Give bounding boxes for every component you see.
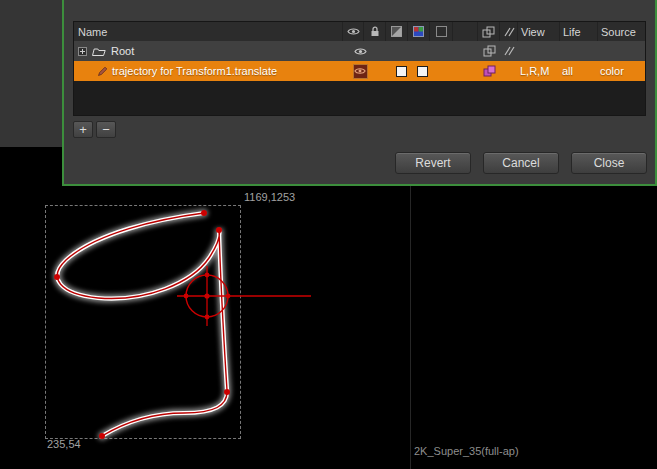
trajectory-label: trajectory for Transform1.translate — [112, 65, 277, 77]
bbox-max-coord: 1169,1253 — [244, 191, 295, 203]
layers-icon — [483, 65, 496, 77]
column-header-ramp — [499, 22, 517, 41]
column-header-view: View — [517, 22, 559, 41]
control-point[interactable] — [201, 210, 207, 216]
format-label: 2K_Super_35(full-ap) — [414, 445, 519, 457]
table-header: Name — [74, 22, 645, 41]
app-background — [0, 0, 62, 147]
trajectory-life-value: all — [559, 65, 597, 77]
control-point[interactable] — [54, 274, 60, 280]
column-header-lock — [363, 22, 385, 41]
lock-icon — [370, 26, 380, 37]
curve-editor-panel: Name — [62, 0, 657, 186]
trajectory-checkbox-1-cell[interactable] — [391, 66, 412, 77]
expander-icon[interactable] — [78, 47, 87, 56]
handle-point-bottom[interactable] — [205, 315, 210, 320]
handle-point-right[interactable] — [226, 294, 231, 299]
control-points — [54, 210, 230, 439]
column-header-color — [407, 22, 429, 41]
color-swatch-icon — [413, 26, 424, 37]
control-point[interactable] — [216, 227, 222, 233]
table-row-trajectory[interactable]: trajectory for Transform1.translate — [74, 61, 645, 81]
checkbox[interactable] — [417, 66, 428, 77]
root-visibility-cell[interactable] — [350, 47, 370, 56]
root-ramp-cell[interactable] — [500, 46, 517, 56]
eye-icon — [354, 67, 366, 75]
trajectory-name-cell: trajectory for Transform1.translate — [74, 65, 350, 77]
column-header-life: Life — [559, 22, 597, 41]
pencil-icon — [96, 65, 108, 77]
column-header-name: Name — [74, 22, 342, 41]
close-button[interactable]: Close — [571, 152, 647, 174]
ramp-icon — [503, 46, 515, 56]
curve-table: Name — [73, 21, 646, 116]
eye-tile[interactable] — [353, 64, 368, 79]
trajectory-stroke[interactable] — [57, 213, 227, 436]
checkbox[interactable] — [396, 66, 407, 77]
remove-curve-button[interactable]: − — [96, 121, 116, 138]
layers-icon — [482, 26, 495, 38]
column-header-source: Source — [597, 22, 645, 41]
trajectory-visibility-cell[interactable] — [350, 64, 370, 79]
trajectory-source-value: color — [597, 65, 645, 77]
column-header-spacer — [452, 22, 477, 41]
handle-point-left[interactable] — [184, 294, 189, 299]
blend-box-icon — [436, 26, 447, 37]
control-point[interactable] — [224, 389, 230, 395]
handle-point-top[interactable] — [205, 273, 210, 278]
revert-button[interactable]: Revert — [395, 152, 471, 174]
control-point[interactable] — [99, 433, 105, 439]
trajectory-white-body — [57, 213, 227, 436]
table-row-root[interactable]: Root — [74, 41, 645, 61]
root-name-cell: Root — [74, 45, 350, 57]
list-buttons: + − — [73, 121, 116, 138]
column-header-mask — [385, 22, 407, 41]
root-layers-cell[interactable] — [479, 45, 500, 57]
layers-icon — [483, 45, 496, 57]
folder-icon — [91, 46, 107, 57]
column-header-layers — [477, 22, 499, 41]
eye-icon — [347, 27, 360, 36]
eye-icon[interactable] — [354, 47, 367, 56]
handle-center-point[interactable] — [204, 293, 209, 298]
add-curve-button[interactable]: + — [73, 121, 93, 138]
trajectory-layers-cell[interactable] — [479, 65, 500, 77]
table-empty-area — [74, 81, 645, 115]
action-buttons: Revert Cancel Close — [395, 152, 647, 174]
trajectory-view-value: L,R,M — [517, 65, 559, 77]
column-header-blend — [429, 22, 452, 41]
bbox-min-coord: 235,54 — [47, 438, 81, 450]
cancel-button[interactable]: Cancel — [483, 152, 559, 174]
mask-icon — [391, 26, 402, 37]
ramp-icon — [503, 27, 515, 37]
trajectory-checkbox-2-cell[interactable] — [412, 66, 433, 77]
root-label: Root — [111, 45, 134, 57]
column-header-visibility — [342, 22, 363, 41]
